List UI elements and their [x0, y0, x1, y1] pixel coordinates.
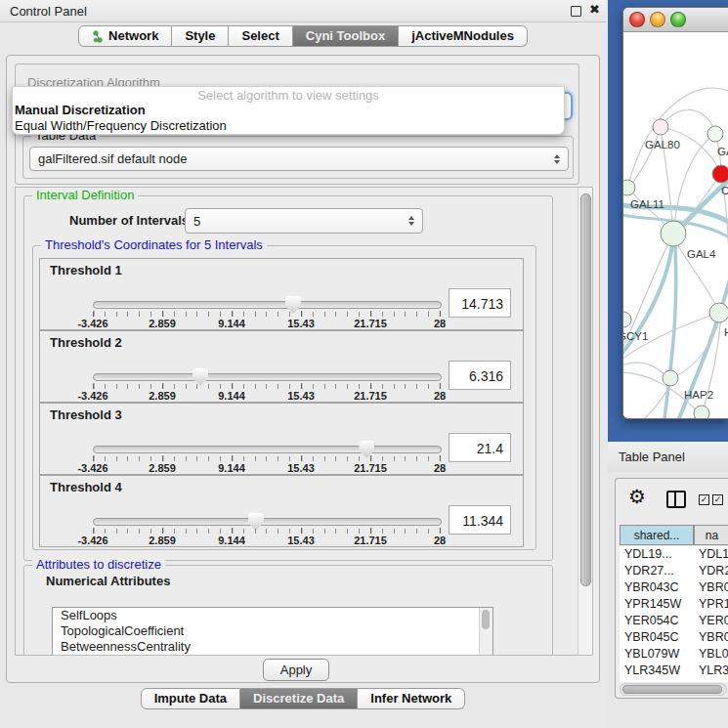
- list-scrollbar-thumb[interactable]: [482, 610, 490, 629]
- tab-discretize-data[interactable]: Discretize Data: [240, 688, 358, 709]
- tab-style[interactable]: Style: [172, 25, 229, 47]
- settings-scrollbar-thumb[interactable]: [580, 193, 591, 586]
- table-row[interactable]: YLR345WYLR3: [620, 663, 728, 679]
- table-rows[interactable]: YDL19...YDL1YDR27...YDR2YBR043CYBR0YPR14…: [620, 546, 728, 682]
- gear-icon[interactable]: ⚙: [628, 485, 646, 508]
- cell-name[interactable]: YDR2: [692, 563, 728, 579]
- table-row[interactable]: YBL079WYBL0: [620, 646, 728, 663]
- table-row[interactable]: YPR145WYPR1: [620, 596, 728, 613]
- thresholds-group-title: Threshold's Coordinates for 5 Intervals: [41, 237, 267, 252]
- dropdown-option-equal-width[interactable]: Equal Width/Frequency Discretization: [13, 118, 564, 134]
- slider-track[interactable]: [93, 446, 442, 453]
- attribute-item[interactable]: SelfLoops: [53, 608, 492, 623]
- threshold-slider[interactable]: -3.4262.8599.14415.4321.71528: [93, 371, 440, 401]
- horizontal-scrollbar[interactable]: [620, 683, 727, 696]
- slider-track[interactable]: [93, 373, 442, 381]
- close-icon[interactable]: ✖: [589, 2, 600, 17]
- list-scrollbar[interactable]: [479, 608, 492, 656]
- table-row[interactable]: YBR045CYBR0: [620, 629, 728, 646]
- tab-cyni-toolbox[interactable]: Cyni Toolbox: [293, 25, 399, 47]
- cell-name[interactable]: YBL0: [692, 646, 728, 663]
- cell-name[interactable]: YPR1: [692, 596, 728, 613]
- checkbox-icon[interactable]: ✓: [712, 494, 723, 505]
- tab-select[interactable]: Select: [229, 25, 292, 47]
- number-of-intervals-combo[interactable]: 5: [185, 208, 423, 234]
- network-node[interactable]: [663, 370, 678, 386]
- network-canvas[interactable]: GAL80GACGAL11GAL4GCY1HHAP2: [623, 32, 728, 418]
- table-row[interactable]: YDR27...YDR2: [620, 563, 728, 579]
- threshold-slider[interactable]: -3.4262.8599.14415.4321.71528: [93, 444, 440, 473]
- column-header-shared-name[interactable]: shared...: [620, 525, 694, 545]
- table-row[interactable]: YER054CYER0: [620, 613, 728, 629]
- minimize-traffic-light[interactable]: [650, 12, 665, 27]
- attribute-items: SelfLoopsTopologicalCoefficientBetweenne…: [53, 608, 492, 655]
- table-row[interactable]: YIL052CYIL0: [620, 679, 728, 682]
- threshold-value-field[interactable]: 6.316: [449, 361, 511, 390]
- settings-scrollbar[interactable]: [578, 188, 592, 655]
- network-node[interactable]: [623, 180, 635, 195]
- cell-name[interactable]: YBR0: [692, 579, 728, 596]
- cell-name[interactable]: YER0: [692, 613, 728, 629]
- cell-shared-name[interactable]: YIL052C: [620, 679, 692, 682]
- network-node[interactable]: [694, 406, 709, 418]
- table-data-combo[interactable]: galFiltered.sif default node: [29, 147, 569, 171]
- columns-icon[interactable]: [666, 491, 686, 508]
- threshold-panel: Threshold 4 -3.4262.8599.14415.4321.7152…: [39, 475, 524, 547]
- number-of-intervals-label: Number of Intervals: [69, 213, 189, 228]
- attribute-item[interactable]: BetweennessCentrality: [53, 639, 492, 655]
- float-window-icon[interactable]: [571, 6, 581, 17]
- numerical-attributes-list[interactable]: SelfLoopsTopologicalCoefficientBetweenne…: [52, 607, 493, 656]
- threshold-value-field[interactable]: 21.4: [449, 433, 511, 462]
- tab-infer-network[interactable]: Infer Network: [358, 688, 465, 709]
- table-row[interactable]: YBR043CYBR0: [620, 579, 728, 596]
- threshold-value-field[interactable]: 11.344: [449, 505, 511, 535]
- tab-jactivemnodules[interactable]: jActiveMNodules: [399, 25, 528, 47]
- tick-labels: -3.4262.8599.14415.4321.71528: [93, 390, 440, 402]
- cell-shared-name[interactable]: YDL19...: [620, 546, 692, 563]
- interval-definition-group: Interval Definition Number of Intervals …: [23, 195, 553, 561]
- network-node[interactable]: [707, 126, 723, 142]
- tab-label: Cyni Toolbox: [306, 26, 385, 46]
- threshold-slider[interactable]: -3.4262.8599.14415.4321.71528: [93, 299, 440, 328]
- cell-name[interactable]: YIL0: [692, 679, 728, 682]
- table-row[interactable]: YDL19...YDL1: [620, 546, 728, 563]
- cell-shared-name[interactable]: YPR145W: [620, 596, 692, 613]
- network-node[interactable]: [712, 165, 728, 183]
- tab-network[interactable]: Network: [78, 25, 172, 47]
- horizontal-scrollbar-thumb[interactable]: [622, 685, 722, 694]
- close-traffic-light[interactable]: [629, 12, 645, 27]
- dropdown-placeholder[interactable]: Select algorithm to view settings: [13, 87, 564, 103]
- checkbox-icon[interactable]: ✓: [699, 494, 709, 505]
- cell-name[interactable]: YBR0: [692, 629, 728, 646]
- network-node[interactable]: [661, 221, 686, 246]
- tick-labels: -3.4262.8599.14415.4321.71528: [93, 535, 440, 546]
- threshold-value-field[interactable]: 14.713: [449, 288, 511, 318]
- cell-name[interactable]: YDL1: [692, 546, 728, 563]
- cell-shared-name[interactable]: YER054C: [620, 613, 692, 629]
- cell-shared-name[interactable]: YBR043C: [620, 579, 692, 596]
- apply-button[interactable]: Apply: [263, 659, 329, 681]
- table-panel-title: Table Panel: [619, 450, 685, 464]
- tick-label: 9.144: [218, 390, 245, 402]
- tick-label: 2.859: [149, 318, 176, 329]
- zoom-traffic-light[interactable]: [670, 12, 686, 27]
- dropdown-option-manual[interactable]: Manual Discretization: [13, 103, 564, 118]
- slider-track[interactable]: [93, 518, 442, 526]
- network-node[interactable]: [653, 119, 668, 135]
- threshold-slider[interactable]: -3.4262.8599.14415.4321.71528: [93, 516, 440, 545]
- threshold-panel: Threshold 1 -3.4262.8599.14415.4321.7152…: [39, 258, 524, 330]
- cell-shared-name[interactable]: YLR345W: [620, 663, 692, 679]
- tab-impute-data[interactable]: Impute Data: [141, 688, 240, 709]
- attribute-item[interactable]: TopologicalCoefficient: [53, 623, 492, 639]
- cell-shared-name[interactable]: YBL079W: [620, 646, 692, 663]
- slider-track[interactable]: [93, 301, 442, 309]
- network-node[interactable]: [623, 312, 631, 327]
- column-header-name[interactable]: na: [694, 525, 728, 545]
- network-window[interactable]: GAL80GACGAL11GAL4GCY1HHAP2: [622, 7, 728, 419]
- network-window-titlebar[interactable]: [623, 8, 728, 32]
- cell-shared-name[interactable]: YDR27...: [620, 563, 692, 579]
- cell-shared-name[interactable]: YBR045C: [620, 629, 692, 646]
- table-panel-titlebar: Table Panel: [608, 442, 728, 473]
- network-node[interactable]: [709, 303, 728, 322]
- cell-name[interactable]: YLR3: [692, 663, 728, 679]
